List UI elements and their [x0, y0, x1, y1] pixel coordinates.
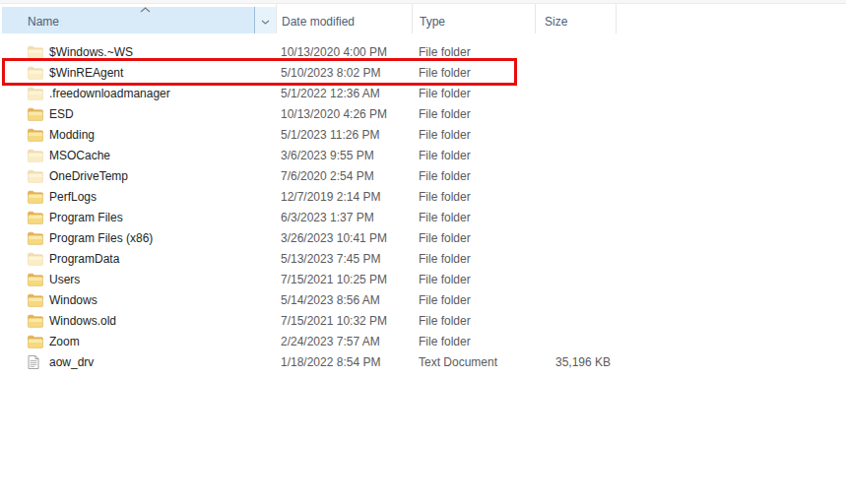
- date-modified: 6/3/2023 1:37 PM: [276, 211, 412, 224]
- file-row[interactable]: .freedownloadmanager 5/1/2022 12:36 AM F…: [0, 83, 846, 103]
- file-row[interactable]: Windows 5/14/2023 8:56 AM File folder: [0, 289, 846, 310]
- file-type: File folder: [412, 314, 535, 328]
- file-row[interactable]: OneDriveTemp 7/6/2020 2:54 PM File folde…: [0, 165, 846, 186]
- file-name: PerfLogs: [49, 190, 97, 204]
- file-row[interactable]: Users 7/15/2021 10:25 PM File folder: [0, 269, 846, 289]
- folder-icon: [28, 252, 43, 266]
- file-name: MSOCache: [49, 149, 110, 162]
- file-name: $WinREAgent: [49, 66, 123, 80]
- file-row[interactable]: Program Files 6/3/2023 1:37 PM File fold…: [0, 207, 846, 227]
- file-row[interactable]: Windows.old 7/15/2021 10:32 PM File fold…: [0, 310, 846, 331]
- file-name: Modding: [49, 128, 95, 142]
- folder-icon: [28, 273, 43, 286]
- file-size: 35,196 KB: [535, 355, 616, 369]
- file-row[interactable]: ProgramData 5/13/2023 7:45 PM File folde…: [0, 248, 846, 269]
- date-modified: 10/13/2020 4:00 PM: [276, 45, 412, 59]
- column-header-filler: [616, 4, 846, 33]
- date-modified: 10/13/2020 4:26 PM: [276, 107, 412, 121]
- file-type: Text Document: [412, 355, 535, 369]
- date-modified: 5/13/2023 7:45 PM: [276, 252, 412, 266]
- folder-icon: [28, 335, 43, 348]
- name-cell: Program Files (x86): [0, 231, 276, 245]
- name-cell: PerfLogs: [0, 190, 276, 204]
- file-name: OneDriveTemp: [49, 169, 128, 183]
- date-modified: 5/14/2023 8:56 AM: [276, 293, 412, 307]
- file-name: Program Files (x86): [49, 231, 153, 245]
- name-cell: ESD: [0, 107, 276, 121]
- date-modified: 3/26/2023 10:41 PM: [276, 231, 412, 245]
- sort-ascending-icon: [140, 7, 151, 13]
- date-modified: 5/1/2022 12:36 AM: [276, 87, 412, 100]
- file-name: Windows: [49, 293, 98, 307]
- name-cell: Windows: [0, 293, 276, 307]
- file-type: File folder: [412, 169, 535, 183]
- name-cell: MSOCache: [0, 149, 276, 162]
- file-row[interactable]: ESD 10/13/2020 4:26 PM File folder: [0, 103, 846, 124]
- folder-icon: [28, 169, 43, 183]
- folder-icon: [28, 231, 43, 245]
- name-filter-dropdown[interactable]: [254, 7, 276, 33]
- folder-icon: [28, 107, 43, 121]
- file-row[interactable]: MSOCache 3/6/2023 9:55 PM File folder: [0, 145, 846, 165]
- column-header-name-label: Name: [2, 12, 254, 29]
- file-row[interactable]: aow_drv 1/18/2022 8:54 PM Text Document …: [0, 351, 846, 372]
- file-type: File folder: [412, 231, 535, 245]
- file-row[interactable]: Program Files (x86) 3/26/2023 10:41 PM F…: [0, 227, 846, 248]
- file-type: File folder: [412, 211, 535, 224]
- file-name: Program Files: [49, 211, 123, 224]
- name-cell: $WinREAgent: [0, 66, 276, 80]
- folder-icon: [28, 45, 43, 59]
- column-headers: Name Date modified Type Size: [0, 4, 846, 33]
- date-modified: 7/15/2021 10:32 PM: [276, 314, 412, 328]
- file-row[interactable]: Zoom 2/24/2023 7:57 AM File folder: [0, 331, 846, 351]
- file-list: $Windows.~WS 10/13/2020 4:00 PM File fol…: [0, 41, 846, 372]
- date-modified: 5/1/2023 11:26 PM: [276, 128, 412, 142]
- name-cell: $Windows.~WS: [0, 45, 276, 59]
- file-row[interactable]: $WinREAgent 5/10/2023 8:02 PM File folde…: [0, 62, 846, 83]
- column-header-name[interactable]: Name: [2, 7, 276, 33]
- name-cell: aow_drv: [0, 355, 276, 369]
- date-modified: 3/6/2023 9:55 PM: [276, 149, 412, 162]
- name-cell: Users: [0, 273, 276, 286]
- file-type: File folder: [412, 190, 535, 204]
- file-name: Users: [49, 273, 80, 286]
- file-type: File folder: [412, 149, 535, 162]
- file-row[interactable]: $Windows.~WS 10/13/2020 4:00 PM File fol…: [0, 41, 846, 62]
- name-cell: Modding: [0, 128, 276, 142]
- file-type: File folder: [412, 273, 535, 286]
- date-modified: 7/6/2020 2:54 PM: [276, 169, 412, 183]
- folder-icon: [28, 149, 43, 162]
- date-modified: 2/24/2023 7:57 AM: [276, 335, 412, 348]
- file-type: File folder: [412, 87, 535, 100]
- file-name: ProgramData: [49, 252, 119, 266]
- file-row[interactable]: Modding 5/1/2023 11:26 PM File folder: [0, 124, 846, 145]
- name-cell: Zoom: [0, 335, 276, 348]
- file-type: File folder: [412, 293, 535, 307]
- folder-icon: [28, 87, 43, 100]
- file-name: .freedownloadmanager: [49, 87, 170, 100]
- folder-icon: [28, 293, 43, 307]
- folder-icon: [28, 128, 43, 142]
- column-header-date-modified[interactable]: Date modified: [276, 4, 412, 33]
- date-modified: 7/15/2021 10:25 PM: [276, 273, 412, 286]
- name-cell: .freedownloadmanager: [0, 87, 276, 100]
- folder-icon: [28, 66, 43, 80]
- date-modified: 12/7/2019 2:14 PM: [276, 190, 412, 204]
- folder-icon: [28, 190, 43, 204]
- file-type: File folder: [412, 66, 535, 80]
- column-header-type[interactable]: Type: [412, 4, 535, 33]
- date-modified: 5/10/2023 8:02 PM: [276, 66, 412, 80]
- folder-icon: [28, 211, 43, 224]
- name-cell: Windows.old: [0, 314, 276, 328]
- file-row[interactable]: PerfLogs 12/7/2019 2:14 PM File folder: [0, 186, 846, 207]
- name-cell: OneDriveTemp: [0, 169, 276, 183]
- file-type: File folder: [412, 45, 535, 59]
- file-type: File folder: [412, 252, 535, 266]
- column-header-size[interactable]: Size: [535, 4, 616, 33]
- file-name: $Windows.~WS: [49, 45, 133, 59]
- date-modified: 1/18/2022 8:54 PM: [276, 355, 412, 369]
- file-type: File folder: [412, 335, 535, 348]
- chevron-down-icon: [261, 14, 270, 28]
- name-cell: Program Files: [0, 211, 276, 224]
- name-cell: ProgramData: [0, 252, 276, 266]
